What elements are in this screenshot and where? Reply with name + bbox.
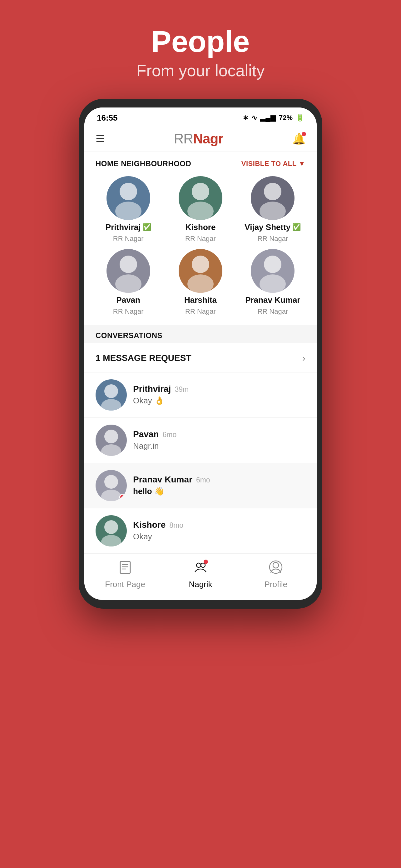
page-subtitle: From your locality — [136, 61, 265, 80]
conv-name-row: Pavan 6mo — [133, 429, 305, 439]
page-header: People From your locality — [136, 25, 265, 80]
nav-item-nagrik[interactable]: Nagrik — [175, 560, 226, 589]
online-indicator — [119, 494, 126, 501]
svg-point-8 — [192, 256, 209, 273]
bluetooth-icon: ∗ — [243, 114, 248, 122]
conversation-item-pranav-kumar[interactable]: Pranav Kumar 6mo hello 👋 — [84, 463, 317, 508]
avatar-pavan — [106, 249, 150, 293]
svg-point-9 — [188, 274, 213, 293]
conv-name: Pranav Kumar — [133, 475, 192, 485]
person-name-row: Pavan — [116, 295, 140, 305]
conv-info: Prithviraj 39m Okay 👌 — [133, 384, 305, 406]
message-request-text: 1 MESSAGE REQUEST — [96, 353, 192, 363]
notification-dot — [302, 132, 306, 136]
svg-point-14 — [104, 430, 118, 443]
nav-item-profile[interactable]: Profile — [251, 560, 301, 589]
verified-icon: ✅ — [292, 223, 301, 231]
status-bar: 16:55 ∗ ∿ ▂▄▆ 72% 🔋 — [84, 107, 317, 126]
svg-point-4 — [264, 183, 281, 200]
nav-label-front-page: Front Page — [105, 580, 145, 589]
profile-icon — [269, 560, 282, 577]
notification-bell[interactable]: 🔔 — [292, 132, 305, 145]
conversations-title: CONVERSATIONS — [96, 331, 162, 340]
conversation-item-prithviraj[interactable]: Prithviraj 39m Okay 👌 — [84, 372, 317, 418]
svg-point-2 — [192, 183, 209, 200]
conversation-item-pavan[interactable]: Pavan 6mo Nagr.in — [84, 418, 317, 463]
top-nav: ☰ RRNagr 🔔 — [84, 126, 317, 152]
avatar-vijay-shetty — [251, 176, 295, 220]
conv-message: Nagr.in — [133, 441, 305, 451]
person-card-kishore[interactable]: Kishore RR Nagar — [166, 176, 235, 243]
conv-message: Okay 👌 — [133, 396, 305, 406]
person-location: RR Nagar — [113, 235, 144, 243]
person-name: Vijay Shetty — [244, 222, 291, 232]
logo-rr: RR — [174, 131, 193, 146]
person-card-harshita[interactable]: Harshita RR Nagar — [166, 249, 235, 316]
person-name-row: Pranav Kumar — [245, 295, 300, 305]
conv-info: Pranav Kumar 6mo hello 👋 — [133, 475, 305, 496]
svg-point-26 — [273, 562, 278, 568]
person-card-vijay-shetty[interactable]: Vijay Shetty ✅ RR Nagar — [238, 176, 307, 243]
person-name: Pranav Kumar — [245, 295, 300, 305]
svg-point-6 — [120, 256, 137, 273]
message-request-banner[interactable]: 1 MESSAGE REQUEST › — [84, 344, 317, 372]
signal-icon: ▂▄▆ — [260, 114, 276, 122]
person-card-pranav-kumar[interactable]: Pranav Kumar RR Nagar — [238, 249, 307, 316]
outer-wrapper: People From your locality 16:55 ∗ ∿ ▂▄▆ … — [0, 0, 401, 868]
conv-message: hello 👋 — [133, 487, 305, 496]
wifi-icon: ∿ — [252, 114, 257, 122]
nav-item-front-page[interactable]: Front Page — [100, 560, 150, 589]
svg-point-1 — [115, 202, 141, 220]
bottom-nav: Front Page Nagrik — [84, 554, 317, 600]
svg-point-18 — [104, 520, 118, 534]
conv-avatar-kishore — [96, 515, 127, 547]
front-page-icon — [119, 560, 132, 577]
conv-avatar-pranav-kumar — [96, 470, 127, 501]
status-time: 16:55 — [97, 113, 118, 123]
menu-icon[interactable]: ☰ — [96, 133, 105, 145]
conv-name: Prithviraj — [133, 384, 171, 394]
verified-icon: ✅ — [143, 223, 151, 231]
avatar-prithviraj — [106, 176, 150, 220]
nav-label-nagrik: Nagrik — [189, 580, 212, 589]
conversation-item-kishore[interactable]: Kishore 8mo Okay — [84, 508, 317, 554]
person-name-row: Vijay Shetty ✅ — [244, 222, 301, 232]
person-card-prithviraj[interactable]: Prithviraj ✅ RR Nagar — [94, 176, 163, 243]
people-grid: Prithviraj ✅ RR Nagar Kishore — [84, 173, 317, 325]
conv-time: 6mo — [196, 476, 210, 484]
person-card-pavan[interactable]: Pavan RR Nagar — [94, 249, 163, 316]
svg-point-5 — [260, 202, 286, 220]
visibility-selector[interactable]: VISIBLE TO ALL ▼ — [241, 160, 305, 168]
conv-name-row: Kishore 8mo — [133, 520, 305, 530]
avatar-harshita — [179, 249, 222, 293]
conv-info: Kishore 8mo Okay — [133, 520, 305, 541]
conv-name-row: Pranav Kumar 6mo — [133, 475, 305, 485]
person-location: RR Nagar — [257, 235, 288, 243]
phone-shell: 16:55 ∗ ∿ ▂▄▆ 72% 🔋 ☰ RRNagr 🔔 — [79, 99, 322, 609]
person-name-row: Prithviraj ✅ — [106, 222, 151, 232]
person-name: Harshita — [184, 295, 217, 305]
person-name-row: Harshita — [184, 295, 217, 305]
svg-point-7 — [115, 274, 141, 293]
logo-nagr: Nagr — [193, 131, 223, 146]
avatar-kishore — [179, 176, 222, 220]
status-icons: ∗ ∿ ▂▄▆ 72% 🔋 — [243, 114, 304, 122]
person-name: Prithviraj — [106, 222, 141, 232]
dropdown-chevron-icon: ▼ — [299, 160, 305, 168]
conv-time: 39m — [175, 385, 189, 394]
battery-icon: 🔋 — [296, 114, 304, 122]
conv-avatar-pavan — [96, 425, 127, 456]
svg-point-11 — [260, 274, 286, 293]
conv-time: 6mo — [163, 431, 177, 439]
svg-point-17 — [101, 490, 121, 501]
svg-point-13 — [101, 399, 121, 410]
conv-name-row: Prithviraj 39m — [133, 384, 305, 394]
person-name: Pavan — [116, 295, 140, 305]
conv-name: Kishore — [133, 520, 166, 530]
svg-point-16 — [104, 475, 118, 489]
nagrik-icon — [194, 560, 207, 577]
svg-point-3 — [188, 202, 213, 220]
neighbourhood-header: HOME NEIGHBOURHOOD VISIBLE TO ALL ▼ — [84, 152, 317, 173]
svg-point-19 — [101, 535, 121, 547]
nagrik-notification-dot — [204, 560, 208, 564]
